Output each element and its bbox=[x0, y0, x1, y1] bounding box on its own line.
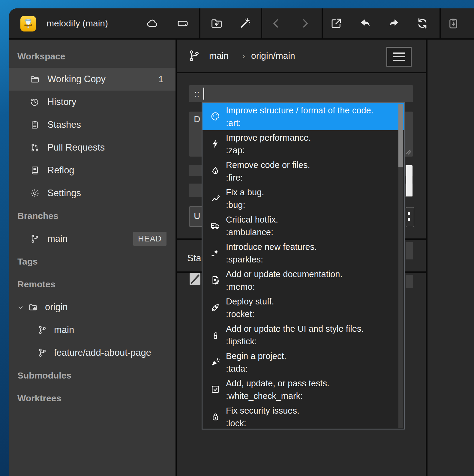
fetch-sync-button[interactable] bbox=[414, 15, 431, 32]
app-window: melodify (main) WorkspaceWorking Copy1Hi… bbox=[9, 8, 474, 476]
suggestion-code: :bug: bbox=[226, 199, 245, 211]
sidebar-item-main[interactable]: main bbox=[9, 319, 176, 341]
back-button[interactable] bbox=[268, 15, 284, 32]
toolbar-divider bbox=[261, 8, 262, 38]
check-square-icon bbox=[210, 384, 220, 394]
suggestion-lock[interactable]: Fix security issues.:lock: bbox=[202, 403, 404, 430]
suggestion-lipstick[interactable]: Add or update the UI and style files.:li… bbox=[202, 321, 404, 349]
pull-button[interactable] bbox=[357, 15, 374, 32]
toolbar-divider bbox=[440, 8, 441, 38]
memo-icon bbox=[210, 275, 220, 285]
sidebar-item-label: Working Copy bbox=[47, 68, 106, 91]
suggestion-code: :sparkles: bbox=[226, 253, 263, 266]
sparkles-icon bbox=[210, 248, 220, 258]
suggestion-title: Fix security issues. bbox=[226, 404, 299, 417]
suggestion-bug[interactable]: Fix a bug.:bug: bbox=[202, 185, 404, 212]
sidebar-item-label: Pull Requests bbox=[47, 136, 105, 159]
drive-icon bbox=[176, 17, 189, 30]
sidebar-section-workspace[interactable]: Workspace bbox=[9, 45, 176, 68]
hidden-row-fragment bbox=[406, 242, 413, 259]
suggestion-tada[interactable]: Begin a project.:tada: bbox=[202, 349, 404, 376]
cloud-folder-icon bbox=[28, 302, 38, 312]
suggestion-sparkles[interactable]: Introduce new features.:sparkles: bbox=[202, 239, 404, 267]
suggestion-code: :rocket: bbox=[226, 308, 254, 321]
sidebar-section-branches[interactable]: Branches bbox=[9, 205, 176, 227]
header-divider bbox=[177, 72, 426, 73]
sidebar-section-tags[interactable]: Tags bbox=[9, 250, 176, 273]
suggestion-code: :lock: bbox=[226, 417, 246, 430]
right-pane bbox=[428, 40, 474, 476]
gear-icon bbox=[30, 188, 40, 198]
bug-icon bbox=[210, 193, 220, 203]
open-repository-button[interactable] bbox=[208, 15, 225, 32]
chevron-down-icon[interactable] bbox=[17, 304, 25, 311]
branch-icon bbox=[38, 325, 47, 335]
suggestion-white-check-mark[interactable]: Add, update, or pass tests.:white_check_… bbox=[202, 376, 404, 403]
sidebar-item-label: main bbox=[54, 319, 74, 341]
sync-icon bbox=[416, 17, 429, 30]
suggestion-ambulance[interactable]: Critical hotfix.:ambulance: bbox=[202, 212, 404, 239]
suggestion-title: Fix a bug. bbox=[226, 186, 264, 199]
description-text: D bbox=[194, 114, 200, 124]
suggestion-code: :fire: bbox=[226, 171, 243, 184]
suggestion-title: Improve structure / format of the code. bbox=[226, 104, 374, 117]
sidebar-item-stashes[interactable]: Stashes bbox=[9, 113, 176, 136]
sidebar-section-remotes[interactable]: Remotes bbox=[9, 273, 176, 296]
suggestion-title: Add or update the UI and style files. bbox=[226, 322, 364, 335]
suggestion-art[interactable]: Improve structure / format of the code.:… bbox=[202, 103, 404, 130]
redo-arrow-icon bbox=[388, 17, 400, 30]
sidebar-item-origin[interactable]: origin bbox=[9, 296, 176, 319]
sidebar-item-reflog[interactable]: Reflog bbox=[9, 159, 176, 182]
sidebar-item-label: History bbox=[47, 91, 76, 113]
pane-menu-button[interactable] bbox=[386, 47, 412, 67]
sidebar-item-main[interactable]: mainHEAD bbox=[9, 227, 176, 250]
suggestion-rocket[interactable]: Deploy stuff.:rocket: bbox=[202, 294, 404, 321]
breadcrumb-branch[interactable]: main bbox=[209, 47, 229, 65]
gitmoji-suggestion-dropdown: Improve structure / format of the code.:… bbox=[202, 102, 405, 430]
hidden-toolbutton-fragment[interactable] bbox=[190, 273, 200, 285]
suggestion-title: Deploy stuff. bbox=[226, 295, 274, 308]
lipstick-icon bbox=[210, 330, 220, 340]
suggestion-code: :ambulance: bbox=[226, 226, 273, 239]
resize-grip-icon[interactable] bbox=[406, 149, 412, 155]
commit-subject-value: :: bbox=[194, 85, 200, 102]
push-button[interactable] bbox=[386, 15, 402, 32]
breadcrumb-upstream[interactable]: origin/main bbox=[251, 47, 295, 65]
suggestion-memo[interactable]: Add or update documentation.:memo: bbox=[202, 267, 404, 294]
undo-arrow-icon bbox=[359, 17, 372, 30]
sidebar-section-submodules[interactable]: Submodules bbox=[9, 364, 176, 387]
commit-subject-input[interactable]: :: bbox=[189, 85, 413, 102]
stash-apply-button[interactable] bbox=[445, 15, 462, 32]
hamburger-icon bbox=[393, 52, 405, 54]
sidebar-item-history[interactable]: History bbox=[9, 91, 176, 113]
forward-button[interactable] bbox=[297, 15, 314, 32]
cloud-button[interactable] bbox=[143, 15, 160, 32]
suggestion-zap[interactable]: Improve performance.:zap: bbox=[202, 130, 404, 157]
wand-icon bbox=[239, 17, 251, 30]
sidebar-item-working-copy[interactable]: Working Copy1 bbox=[9, 68, 176, 91]
sidebar-item-settings[interactable]: Settings bbox=[9, 182, 176, 205]
suggestion-title: Remove code or files. bbox=[226, 159, 310, 172]
local-drive-button[interactable] bbox=[174, 15, 191, 32]
hidden-button-fragment[interactable] bbox=[406, 207, 414, 227]
hidden-row-fragment bbox=[406, 275, 413, 288]
suggestion-fire[interactable]: Remove code or files.:fire: bbox=[202, 157, 404, 185]
folder-return-icon bbox=[210, 17, 223, 30]
history-icon bbox=[30, 97, 40, 107]
sidebar-item-label: main bbox=[47, 227, 68, 250]
zap-icon bbox=[210, 139, 220, 149]
sidebar-item-feature-add-about-page[interactable]: feature/add-about-page bbox=[9, 341, 176, 364]
suggestion-code: :art: bbox=[226, 117, 241, 130]
scrollbar-thumb[interactable] bbox=[398, 104, 403, 167]
folder-icon bbox=[30, 74, 40, 84]
sidebar-item-pull-requests[interactable]: Pull Requests bbox=[9, 136, 176, 159]
suggestion-code: :white_check_mark: bbox=[226, 390, 303, 403]
checkout-button[interactable] bbox=[328, 15, 345, 32]
sidebar-section-worktrees[interactable]: Worktrees bbox=[9, 387, 176, 410]
suggestion-title: Improve performance. bbox=[226, 131, 311, 144]
quick-actions-button[interactable] bbox=[237, 15, 254, 32]
chevron-right-icon bbox=[299, 17, 311, 30]
ambulance-icon bbox=[210, 220, 220, 231]
suggestion-title: Introduce new features. bbox=[226, 241, 317, 253]
clipboard-down-icon bbox=[447, 17, 460, 30]
